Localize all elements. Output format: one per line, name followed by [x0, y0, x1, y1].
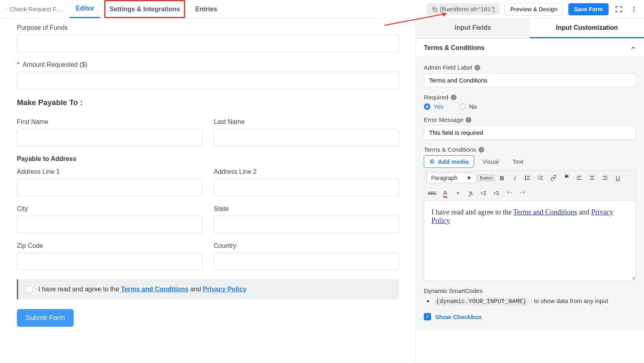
form-name-text: Check Request F…: [10, 6, 62, 12]
form-name[interactable]: Check Request F…: [6, 6, 62, 12]
quote-icon[interactable]: ❝: [561, 172, 572, 184]
purpose-input[interactable]: [17, 35, 399, 52]
city-label: City: [17, 205, 202, 212]
clear-format-icon[interactable]: [465, 188, 477, 199]
bold-icon[interactable]: B: [496, 172, 508, 184]
svg-point-3: [634, 6, 635, 8]
admin-label-input[interactable]: [424, 73, 636, 87]
pencil-icon: [6, 6, 8, 12]
addr1-input[interactable]: [17, 179, 202, 196]
preview-design-button[interactable]: Preview & Design: [504, 3, 564, 16]
add-media-text: Add media: [438, 158, 469, 165]
required-label: Required i: [424, 94, 636, 101]
country-label: Country: [214, 242, 399, 250]
first-name-input[interactable]: [17, 129, 202, 146]
state-input[interactable]: [214, 216, 399, 233]
undo-icon[interactable]: [504, 188, 515, 199]
align-right-icon[interactable]: [599, 172, 611, 184]
yes-label: Yes: [433, 103, 443, 110]
terms-block[interactable]: I have read and agree to the Terms and C…: [17, 279, 399, 299]
info-icon[interactable]: i: [466, 117, 471, 123]
editor-tab-visual[interactable]: Visual: [477, 155, 504, 168]
paragraph-selector[interactable]: Paragraph ▼: [427, 173, 476, 183]
chevron-up-icon: [630, 45, 636, 51]
amount-label: * Amount Requested ($): [17, 61, 399, 68]
amount-input[interactable]: [17, 72, 399, 89]
more-icon[interactable]: [629, 4, 639, 14]
svg-text:3: 3: [538, 178, 539, 180]
shortcode-display[interactable]: [fluentform id="181"]: [427, 3, 500, 15]
top-actions: [fluentform id="181"] Preview & Design S…: [427, 0, 639, 18]
text-color-icon[interactable]: A: [440, 188, 451, 199]
addr2-label: Address Line 2: [214, 168, 399, 175]
admin-label-text: Admin Field Label: [424, 64, 472, 71]
editor-tab-text[interactable]: Text: [507, 155, 529, 168]
link-icon[interactable]: [548, 172, 559, 184]
privacy-link[interactable]: Privacy Policy: [203, 286, 247, 293]
indent-icon[interactable]: [491, 188, 502, 199]
radio-unchecked-icon: [459, 103, 466, 110]
strikethrough-icon[interactable]: ABC: [427, 188, 438, 199]
redo-icon[interactable]: [517, 188, 528, 199]
top-bar: Check Request F… Editor Settings & Integ…: [0, 0, 644, 19]
wysiwyg-editor[interactable]: I have read and agree to the Terms and C…: [424, 200, 636, 281]
field-amount: * Amount Requested ($): [17, 61, 399, 89]
info-icon[interactable]: i: [451, 95, 456, 100]
show-checkbox-label: Show Checkbox: [435, 314, 482, 320]
form-canvas: Purpose of Funds * Amount Requested ($) …: [0, 19, 415, 363]
tab-editor[interactable]: Editor: [70, 0, 100, 18]
outdent-icon[interactable]: [478, 188, 489, 199]
error-message-label: Error Message i: [424, 116, 636, 123]
show-checkbox-toggle[interactable]: ✓ Show Checkbox: [424, 313, 636, 320]
caret-down-icon: ▼: [466, 175, 472, 181]
last-name-input[interactable]: [214, 129, 399, 146]
terms-checkbox[interactable]: [25, 286, 33, 293]
wysiwyg-terms-link[interactable]: Terms and Conditions: [513, 208, 577, 216]
required-yes[interactable]: Yes: [424, 103, 443, 110]
terms-link[interactable]: Terms and Conditions: [121, 286, 188, 293]
submit-form-button[interactable]: Submit Form: [17, 309, 74, 327]
purpose-label: Purpose of Funds: [17, 24, 399, 31]
city-input[interactable]: [17, 216, 202, 233]
smartcode-item: {dynamic.YOUR_INPUT_NAME} : to show data…: [433, 297, 636, 305]
italic-icon[interactable]: I: [509, 172, 520, 184]
required-no[interactable]: No: [459, 103, 477, 110]
panel-terms-header[interactable]: Terms & Conditions: [416, 39, 644, 58]
tab-input-customization[interactable]: Input Customization: [530, 19, 644, 38]
panel-body: Admin Field Label i Required i Yes: [416, 58, 644, 330]
tab-input-fields[interactable]: Input Fields: [416, 19, 530, 38]
number-list-icon[interactable]: 123: [535, 172, 546, 184]
panel-title: Terms & Conditions: [424, 44, 485, 52]
add-media-button[interactable]: Add media: [424, 155, 474, 168]
bullet-list-icon[interactable]: [522, 172, 533, 184]
wysiwyg-mid: and: [577, 208, 591, 216]
addr2-input[interactable]: [214, 179, 399, 196]
admin-label: Admin Field Label i: [424, 64, 636, 71]
country-input[interactable]: [214, 253, 399, 270]
wysiwyg-prefix: I have read and agree to the: [431, 208, 513, 216]
error-message-input[interactable]: [424, 126, 636, 140]
smartcode-pill: {dynamic.YOUR_INPUT_NAME}: [433, 297, 529, 306]
button-inserter[interactable]: Button: [478, 175, 495, 181]
last-name-label: Last Name: [214, 118, 399, 126]
payable-heading: Make Payable To :: [17, 98, 399, 107]
svg-point-7: [525, 176, 526, 177]
fullscreen-icon[interactable]: [613, 4, 624, 14]
zip-input[interactable]: [17, 253, 202, 270]
svg-point-11: [525, 179, 526, 180]
underline-icon[interactable]: U: [612, 172, 623, 184]
first-name-label: First Name: [17, 118, 202, 126]
text-color-dropdown-icon[interactable]: ▼: [452, 188, 464, 199]
align-left-icon[interactable]: [574, 172, 585, 184]
align-center-icon[interactable]: [586, 172, 598, 184]
resize-handle-icon[interactable]: ◢: [632, 275, 635, 280]
info-icon[interactable]: i: [479, 147, 484, 153]
tab-entries[interactable]: Entries: [189, 0, 223, 18]
info-icon[interactable]: i: [475, 65, 480, 70]
checkbox-checked-icon: ✓: [424, 313, 431, 320]
svg-point-9: [525, 177, 526, 178]
tc-editor-label-text: Terms & Conditions: [424, 146, 476, 153]
save-form-button[interactable]: Save Form: [568, 3, 609, 15]
tc-editor-label: Terms & Conditions i: [424, 146, 636, 153]
tab-settings-integrations[interactable]: Settings & Integrations: [104, 0, 185, 18]
